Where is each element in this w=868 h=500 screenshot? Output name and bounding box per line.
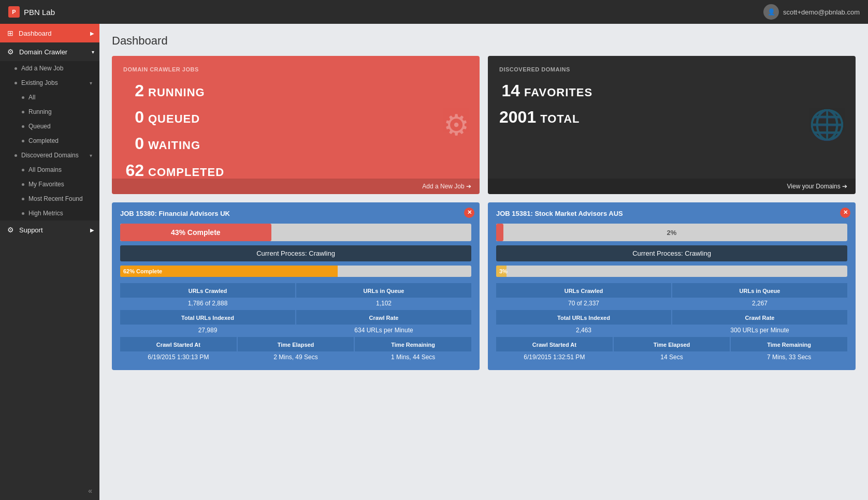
sidebar-sub-domain-crawler: Add a New Job Existing Jobs ▾ All Runnin… <box>0 61 99 220</box>
job2-time-remaining-value: 7 Mins, 33 Secs <box>731 351 847 363</box>
job1-main-progress: 43% Complete <box>120 224 471 241</box>
job1-time-elapsed-cell: Time Elapsed 2 Mins, 49 Secs <box>238 337 354 363</box>
main-content: Dashboard DOMAIN CRAWLER JOBS 2 RUNNING … <box>99 24 868 500</box>
sidebar-all-domains-label: All Domains <box>28 166 62 173</box>
sidebar-item-all[interactable]: All <box>7 90 99 105</box>
sidebar-item-most-recent-found[interactable]: Most Recent Found <box>7 192 99 206</box>
jobs-row: JOB 15380: Financial Advisors UK ✕ 43% C… <box>112 202 856 370</box>
job1-crawl-started-cell: Crawl Started At 6/19/2015 1:30:13 PM <box>120 337 237 363</box>
job1-crawl-label: 62% Complete <box>123 268 162 274</box>
dot-icon <box>22 125 24 128</box>
sidebar-item-discovered-domains[interactable]: Discovered Domains ▾ <box>0 148 99 163</box>
logo-icon: P <box>8 6 20 18</box>
job2-crawl-rate-header: Crawl Rate <box>745 315 775 321</box>
dot-icon <box>15 154 17 157</box>
job2-current-process: Current Process: Crawling <box>496 245 847 261</box>
job1-total-urls-cell: Total URLs Indexed 27,989 <box>120 310 295 336</box>
sidebar-item-my-favorites[interactable]: My Favorites <box>7 177 99 192</box>
page-title: Dashboard <box>112 34 856 48</box>
sidebar-item-add-new-job[interactable]: Add a New Job <box>0 61 99 76</box>
job2-urls-queue-header: URLs in Queue <box>740 288 780 294</box>
stat-favorites: 14 FAVORITES <box>499 78 844 104</box>
dot-icon <box>15 82 17 84</box>
stat-total: 2001 TOTAL <box>499 104 844 130</box>
topbar: P PBN Lab 👤 scott+demo@pbnlab.com <box>0 0 868 24</box>
sidebar-item-high-metrics[interactable]: High Metrics <box>7 206 99 220</box>
user-info[interactable]: 👤 scott+demo@pbnlab.com <box>763 4 860 20</box>
sidebar-all-label: All <box>28 94 35 101</box>
job1-current-process: Current Process: Crawling <box>120 245 471 261</box>
brand-name: PBN Lab <box>24 8 55 17</box>
sidebar-item-support[interactable]: ⚙ Support ▶ <box>0 220 99 239</box>
job2-crawl-progress: 3% <box>496 266 847 277</box>
sidebar-high-metrics-label: High Metrics <box>28 210 63 217</box>
total-num: 2001 <box>499 104 536 130</box>
sidebar-completed-label: Completed <box>28 137 59 144</box>
existing-jobs-arrow: ▾ <box>90 80 92 86</box>
job-card-1: JOB 15380: Financial Advisors UK ✕ 43% C… <box>112 202 480 370</box>
add-new-job-footer[interactable]: Add a New Job ➔ <box>112 179 480 194</box>
sidebar-crawler-label: Domain Crawler <box>19 48 67 56</box>
dashboard-icon: ⊞ <box>7 29 13 37</box>
sidebar-item-queued[interactable]: Queued <box>7 119 99 134</box>
stat-running: 2 RUNNING <box>123 78 468 104</box>
discovered-domains-arrow: ▾ <box>90 153 92 158</box>
job1-total-urls-header: Total URLs Indexed <box>181 315 234 321</box>
job1-crawl-progress: 62% Complete <box>120 266 471 277</box>
job2-title: JOB 15381: Stock Market Advisors AUS <box>496 210 847 217</box>
sidebar-item-domain-crawler[interactable]: ⚙ Domain Crawler ▾ <box>0 42 99 61</box>
waiting-label: WAITING <box>148 136 200 154</box>
total-label: TOTAL <box>540 110 580 128</box>
job1-stats-row1: URLs Crawled 1,786 of 2,888 URLs in Queu… <box>120 283 471 309</box>
brand: P PBN Lab <box>8 6 55 18</box>
job2-crawl-started-value: 6/19/2015 1:32:51 PM <box>496 351 613 363</box>
sidebar-item-all-domains[interactable]: All Domains <box>7 163 99 177</box>
job1-progress-bar: 43% Complete <box>120 224 271 241</box>
job1-stats-row3: Crawl Started At 6/19/2015 1:30:13 PM Ti… <box>120 337 471 363</box>
job1-urls-queue-header-cell: URLs in Queue 1,102 <box>296 283 471 309</box>
job2-main-progress: 2% <box>496 224 847 241</box>
job1-urls-crawled-value: 1,786 of 2,888 <box>120 298 295 309</box>
crawler-card-icon: ⚙ <box>443 108 469 142</box>
job2-total-urls-cell: Total URLs Indexed 2,463 <box>496 310 671 336</box>
job2-urls-crawled-header: URLs Crawled <box>565 288 603 294</box>
job2-close-button[interactable]: ✕ <box>840 208 850 218</box>
job1-crawl-started-value: 6/19/2015 1:30:13 PM <box>120 351 237 363</box>
sidebar-add-job-label: Add a New Job <box>21 65 63 72</box>
job2-urls-queue-value: 2,267 <box>672 298 847 309</box>
sidebar-existing-jobs-label: Existing Jobs <box>21 79 58 86</box>
job2-progress-label: 2% <box>496 228 847 236</box>
app-body: ⊞ Dashboard ▶ ⚙ Domain Crawler ▾ Add a N… <box>0 24 868 500</box>
sidebar-item-completed[interactable]: Completed <box>7 134 99 148</box>
job1-crawl-bar: 62% Complete <box>120 266 338 277</box>
user-email: scott+demo@pbnlab.com <box>783 8 860 16</box>
job2-crawl-rate-value: 300 URLs per Minute <box>672 325 847 336</box>
job2-total-urls-value: 2,463 <box>496 325 671 336</box>
job1-time-elapsed-header: Time Elapsed <box>278 342 314 348</box>
crawler-icon: ⚙ <box>7 48 14 56</box>
job1-time-remaining-value: 1 Mins, 44 Secs <box>355 351 471 363</box>
dot-icon <box>22 140 24 142</box>
queued-label: QUEUED <box>148 110 200 128</box>
job2-time-elapsed-header: Time Elapsed <box>654 342 690 348</box>
sidebar-item-running[interactable]: Running <box>7 105 99 119</box>
view-domains-footer[interactable]: View your Domains ➔ <box>488 179 856 194</box>
job1-crawl-started-header: Crawl Started At <box>156 342 200 348</box>
job1-close-button[interactable]: ✕ <box>464 208 474 218</box>
sidebar-item-dashboard[interactable]: ⊞ Dashboard ▶ <box>0 24 99 42</box>
running-num: 2 <box>123 78 144 104</box>
job2-stats-row3: Crawl Started At 6/19/2015 1:32:51 PM Ti… <box>496 337 847 363</box>
job2-time-elapsed-cell: Time Elapsed 14 Secs <box>614 337 730 363</box>
dot-icon <box>22 212 24 215</box>
collapse-sidebar-button[interactable]: « <box>0 481 99 500</box>
job2-crawl-rate-cell: Crawl Rate 300 URLs per Minute <box>672 310 847 336</box>
discovered-domains-card: DISCOVERED DOMAINS 14 FAVORITES 2001 TOT… <box>488 56 856 194</box>
crawler-jobs-card: DOMAIN CRAWLER JOBS 2 RUNNING 0 QUEUED 0… <box>112 56 480 194</box>
job2-progress-bar <box>496 224 503 241</box>
dropdown-icon: ▾ <box>92 49 94 55</box>
discovered-sub: All Domains My Favorites Most Recent Fou… <box>0 163 99 220</box>
sidebar-item-existing-jobs[interactable]: Existing Jobs ▾ <box>0 76 99 90</box>
support-icon: ⚙ <box>7 226 14 234</box>
job1-crawl-rate-header: Crawl Rate <box>369 315 399 321</box>
sidebar-my-favorites-label: My Favorites <box>28 181 64 188</box>
